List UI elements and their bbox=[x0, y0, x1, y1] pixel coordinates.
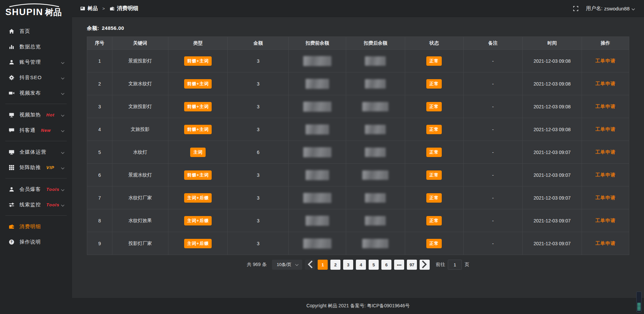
page-button-6[interactable]: 6 bbox=[381, 260, 391, 270]
cell-balance-before bbox=[288, 141, 346, 164]
sidebar-item-member-baoke[interactable]: 会员爆客 Tools bbox=[0, 181, 72, 197]
sidebar-item-video-publish[interactable]: 视频发布 bbox=[0, 85, 72, 101]
work-order-link[interactable]: 工单申请 bbox=[595, 81, 615, 86]
status-badge: 正常 bbox=[426, 148, 442, 157]
cell-type: 前缀+主词 bbox=[168, 95, 227, 118]
chat-icon bbox=[9, 127, 14, 133]
status-badge: 正常 bbox=[426, 56, 442, 66]
page-size-select[interactable]: 10条/页 bbox=[272, 260, 302, 270]
cell-action: 工单申请 bbox=[582, 209, 629, 232]
wallet-icon bbox=[9, 224, 14, 229]
page-button-5[interactable]: 5 bbox=[369, 260, 379, 270]
arrow-left-icon bbox=[305, 259, 315, 270]
work-order-link[interactable]: 工单申请 bbox=[595, 195, 615, 200]
sidebar-item-label: 会员爆客 bbox=[19, 186, 41, 193]
column-header: 时间 bbox=[523, 37, 582, 50]
page-button-2[interactable]: 2 bbox=[330, 260, 340, 270]
status-badge: 正常 bbox=[426, 216, 442, 225]
breadcrumb-root[interactable]: 树品 bbox=[88, 5, 98, 12]
sidebar-item-matrix-boost[interactable]: 矩阵助推 VIP bbox=[0, 160, 72, 175]
page-ellipsis-button[interactable]: ••• bbox=[394, 260, 404, 270]
work-order-link[interactable]: 工单申请 bbox=[595, 126, 615, 132]
sidebar-item-label: 抖音SEO bbox=[19, 74, 42, 81]
sidebar-item-consume-detail[interactable]: 消费明细 bbox=[0, 219, 72, 234]
gear-icon bbox=[9, 75, 14, 81]
cell-index: 4 bbox=[87, 118, 112, 141]
table-row: 8 水纹灯效果 主词+后缀 3 正常 - 2021-12-03 09:07 工单… bbox=[87, 209, 629, 232]
copyright-text: Copyright 树品 2021 备案号: 粤ICP备09019646号 bbox=[306, 303, 410, 309]
fullscreen-icon[interactable] bbox=[573, 6, 579, 11]
jump-page-input[interactable] bbox=[448, 260, 462, 270]
sidebar-item-douketong[interactable]: 抖客通 New bbox=[0, 122, 72, 138]
sidebar-divider bbox=[5, 178, 67, 178]
cell-time: 2021-12-03 09:07 bbox=[523, 187, 582, 209]
type-badge: 主词 bbox=[190, 148, 206, 157]
prev-page-button[interactable] bbox=[305, 260, 315, 270]
next-page-button[interactable] bbox=[420, 260, 430, 270]
consume-table: 序号关键词类型金额扣费前余额扣费后余额状态备注时间操作 1 景观投影灯 前缀+主… bbox=[87, 37, 629, 255]
username: zswodun88 bbox=[604, 6, 630, 11]
cell-balance-after bbox=[346, 141, 405, 164]
page-button-3[interactable]: 3 bbox=[343, 260, 353, 270]
cell-remark: - bbox=[463, 118, 522, 141]
status-badge: 正常 bbox=[426, 79, 442, 89]
redacted-balance-before bbox=[303, 193, 331, 203]
sidebar-menu: 首页 数据总览 账号管理 抖音SEO 视频发布 视频加热 Hot 抖客通 New bbox=[0, 19, 72, 250]
cell-type: 前缀+主词 bbox=[168, 72, 227, 95]
caret-down-icon bbox=[631, 6, 635, 10]
cell-time: 2021-12-03 09:08 bbox=[523, 72, 582, 95]
chevron-down-icon bbox=[61, 150, 65, 154]
chevron-down-icon bbox=[61, 187, 65, 191]
page-button-4[interactable]: 4 bbox=[356, 260, 366, 270]
work-order-link[interactable]: 工单申请 bbox=[595, 241, 615, 246]
cell-amount: 3 bbox=[228, 118, 288, 141]
sidebar-item-clue-monitor[interactable]: 线索监控 Tools bbox=[0, 197, 72, 212]
screen-icon bbox=[9, 112, 14, 118]
cell-action: 工单申请 bbox=[582, 164, 629, 187]
page-button-1[interactable]: 1 bbox=[318, 260, 328, 270]
cell-action: 工单申请 bbox=[582, 232, 629, 255]
user-menu[interactable]: 用户名: zswodun88 bbox=[586, 5, 635, 12]
svg-text:?: ? bbox=[10, 240, 13, 244]
monitor-icon bbox=[9, 149, 14, 155]
work-order-link[interactable]: 工单申请 bbox=[595, 218, 615, 223]
cell-balance-after bbox=[346, 72, 405, 95]
sidebar-item-label: 抖客通 bbox=[19, 127, 36, 134]
type-badge: 前缀+主词 bbox=[184, 102, 212, 111]
sidebar-item-home[interactable]: 首页 bbox=[0, 23, 72, 39]
sidebar-item-label: 账号管理 bbox=[19, 59, 41, 65]
sidebar-item-data-overview[interactable]: 数据总览 bbox=[0, 39, 72, 54]
status-badge: 正常 bbox=[426, 102, 442, 111]
cell-status: 正常 bbox=[405, 232, 463, 255]
work-order-link[interactable]: 工单申请 bbox=[595, 58, 615, 63]
sidebar-item-account-manage[interactable]: 账号管理 bbox=[0, 54, 72, 70]
work-order-link[interactable]: 工单申请 bbox=[595, 149, 615, 155]
sidebar-item-badge: Tools bbox=[46, 202, 59, 207]
cell-status: 正常 bbox=[405, 50, 463, 72]
redacted-balance-before bbox=[303, 147, 331, 157]
chart-icon bbox=[9, 44, 14, 50]
app-root: SHUPIN 树品 首页 数据总览 账号管理 抖音SEO 视频发布 bbox=[0, 0, 644, 314]
chevron-down-icon bbox=[61, 91, 65, 95]
cell-keyword: 文旅投影 bbox=[112, 118, 168, 141]
cell-action: 工单申请 bbox=[582, 187, 629, 209]
type-badge: 主词+后缀 bbox=[184, 239, 212, 248]
work-order-link[interactable]: 工单申请 bbox=[595, 104, 615, 109]
sidebar: SHUPIN 树品 首页 数据总览 账号管理 抖音SEO 视频发布 bbox=[0, 0, 72, 314]
sidebar-item-media-operation[interactable]: 全媒体运营 bbox=[0, 144, 72, 160]
work-order-link[interactable]: 工单申请 bbox=[595, 172, 615, 177]
page-button-97[interactable]: 97 bbox=[407, 260, 417, 270]
cell-remark: - bbox=[463, 95, 522, 118]
sidebar-item-douyin-seo[interactable]: 抖音SEO bbox=[0, 70, 72, 85]
table-header-row: 序号关键词类型金额扣费前余额扣费后余额状态备注时间操作 bbox=[87, 37, 629, 50]
cell-type: 主词+后缀 bbox=[168, 232, 227, 255]
cell-keyword: 景观水纹灯 bbox=[112, 164, 168, 187]
overlay-widget[interactable] bbox=[636, 292, 642, 312]
sidebar-item-help[interactable]: ? 操作说明 bbox=[0, 234, 72, 250]
sidebar-item-label: 首页 bbox=[19, 28, 30, 35]
sidebar-item-video-heat[interactable]: 视频加热 Hot bbox=[0, 107, 72, 122]
table-row: 3 文旅投影灯 前缀+主词 3 正常 - 2021-12-03 09:08 工单… bbox=[87, 95, 629, 118]
question-icon: ? bbox=[9, 239, 14, 245]
cell-amount: 3 bbox=[228, 232, 288, 255]
arrow-right-icon bbox=[420, 259, 430, 270]
